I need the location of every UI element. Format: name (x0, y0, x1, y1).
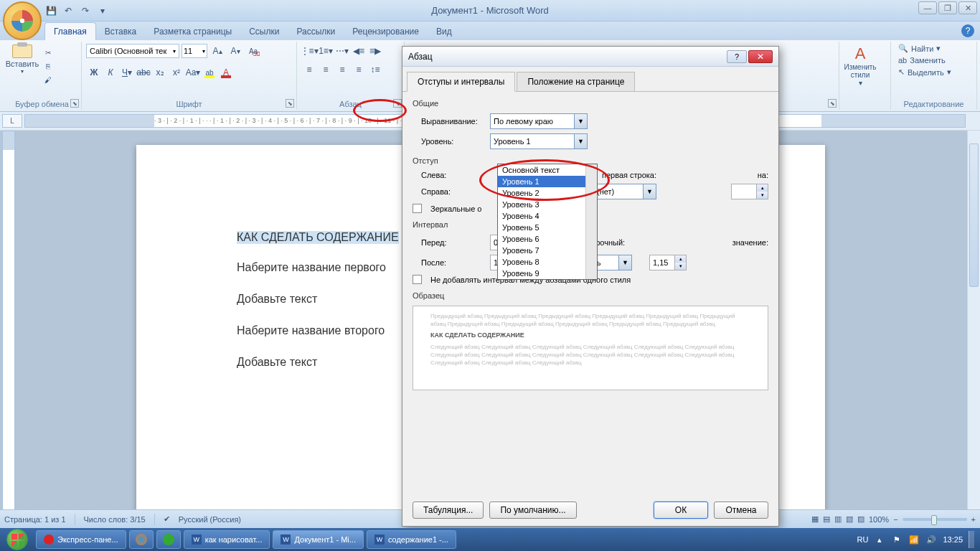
level-option-8[interactable]: Уровень 8 (498, 256, 597, 268)
close-button[interactable]: ✕ (958, 1, 977, 14)
task-word-doc1[interactable]: Wкак нарисоват... (184, 530, 270, 549)
help-icon[interactable]: ? (961, 24, 974, 37)
vertical-ruler[interactable] (2, 131, 15, 532)
start-button[interactable] (0, 528, 34, 551)
no-space-checkbox[interactable] (413, 275, 422, 284)
first-line-combo[interactable]: (нет)▼ (593, 184, 656, 199)
level-option-0[interactable]: Основной текст (498, 164, 597, 176)
redo-icon[interactable]: ↷ (79, 4, 92, 17)
task-word-doc2[interactable]: WДокумент1 - Mi... (273, 530, 363, 549)
qat-customize-icon[interactable]: ▾ (96, 4, 109, 17)
first-line-value-spinner[interactable]: ▴▾ (731, 184, 768, 199)
tray-volume-icon[interactable]: 🔊 (925, 534, 937, 545)
font-launcher[interactable]: ⬊ (286, 99, 294, 108)
grow-font-icon[interactable]: A▴ (209, 43, 225, 59)
justify-icon[interactable]: ≡ (351, 62, 367, 77)
styles-launcher[interactable]: ⬊ (828, 99, 837, 108)
line-spacing-at-spinner[interactable]: 1,15▴▾ (649, 255, 687, 270)
level-option-7[interactable]: Уровень 7 (498, 245, 597, 256)
italic-icon[interactable]: К (103, 65, 118, 80)
minimize-button[interactable]: — (918, 1, 937, 14)
level-option-6[interactable]: Уровень 6 (498, 233, 597, 245)
tray-lang[interactable]: RU (857, 535, 869, 544)
status-language[interactable]: Русский (Россия) (179, 515, 241, 524)
bold-icon[interactable]: Ж (86, 65, 102, 80)
tab-home[interactable]: Главная (44, 22, 96, 40)
copy-icon[interactable]: ⎘ (40, 60, 56, 72)
task-utorrent[interactable] (156, 530, 181, 549)
undo-icon[interactable]: ↶ (62, 4, 75, 17)
view-read-icon[interactable]: ▤ (823, 514, 830, 524)
level-option-3[interactable]: Уровень 3 (498, 199, 597, 210)
vertical-scrollbar[interactable] (967, 131, 980, 532)
font-size-combo[interactable]: 11▾ (182, 44, 207, 58)
office-button[interactable] (3, 1, 42, 40)
align-right-icon[interactable]: ≡ (334, 62, 350, 77)
zoom-out-icon[interactable]: − (893, 515, 897, 524)
line-spacing-icon[interactable]: ↕≡ (367, 62, 383, 77)
numbering-icon[interactable]: 1≡▾ (318, 43, 334, 59)
paste-button[interactable]: Вставить ▾ (7, 43, 37, 75)
proofing-icon[interactable]: ✔ (164, 514, 170, 524)
align-center-icon[interactable]: ≡ (318, 62, 334, 77)
clear-format-icon[interactable]: Aa⌫ (245, 43, 261, 59)
tabs-button[interactable]: Табуляция... (413, 501, 484, 519)
tray-arrow-icon[interactable]: ▴ (874, 534, 885, 545)
replace-button[interactable]: abЗаменить (895, 55, 948, 65)
dialog-close-button[interactable]: ✕ (748, 50, 773, 63)
status-words[interactable]: Число слов: 3/15 (84, 515, 146, 524)
tab-selector[interactable]: L (2, 114, 22, 128)
dialog-help-button[interactable]: ? (727, 50, 747, 63)
level-option-1[interactable]: Уровень 1 (498, 176, 597, 187)
task-word-doc3[interactable]: Wсодержание1 -... (367, 530, 456, 549)
subscript-icon[interactable]: x₂ (152, 65, 168, 80)
tab-review[interactable]: Рецензирование (344, 23, 428, 40)
level-option-9[interactable]: Уровень 9 (498, 268, 597, 279)
tray-network-icon[interactable]: 📶 (908, 534, 920, 545)
task-firefox[interactable] (129, 530, 154, 549)
multilevel-icon[interactable]: ⋯▾ (334, 43, 350, 59)
align-left-icon[interactable]: ≡ (301, 62, 317, 77)
bullets-icon[interactable]: ⋮≡▾ (301, 43, 317, 59)
view-outline-icon[interactable]: ▧ (846, 514, 853, 524)
mirror-checkbox[interactable] (413, 204, 422, 213)
select-button[interactable]: ↖Выделить ▾ (895, 67, 954, 77)
cut-icon[interactable]: ✂ (40, 46, 56, 59)
zoom-level[interactable]: 100% (869, 515, 889, 524)
tab-insert[interactable]: Вставка (96, 23, 146, 40)
tab-view[interactable]: Вид (428, 23, 461, 40)
view-web-icon[interactable]: ▥ (834, 514, 842, 524)
level-combo[interactable]: Уровень 1▼ (490, 133, 588, 149)
level-option-4[interactable]: Уровень 4 (498, 210, 597, 222)
underline-icon[interactable]: Ч▾ (119, 65, 135, 80)
increase-indent-icon[interactable]: ≡▶ (367, 43, 383, 59)
highlight-icon[interactable]: ab (202, 65, 217, 80)
change-styles-button[interactable]: A Изменить стили▾ (844, 43, 877, 88)
task-opera[interactable]: Экспресс-пане... (36, 530, 126, 549)
maximize-button[interactable]: ❐ (938, 1, 957, 14)
alignment-combo[interactable]: По левому краю▼ (490, 113, 588, 129)
default-button[interactable]: По умолчанию... (489, 501, 576, 519)
tab-mailings[interactable]: Рассылки (288, 23, 344, 40)
level-dropdown-list[interactable]: Основной текст Уровень 1 Уровень 2 Урове… (497, 164, 598, 280)
tray-clock[interactable]: 13:25 (943, 535, 963, 544)
clipboard-launcher[interactable]: ⬊ (70, 99, 79, 108)
cancel-button[interactable]: Отмена (714, 501, 768, 519)
tab-references[interactable]: Ссылки (240, 23, 288, 40)
zoom-in-icon[interactable]: + (971, 515, 976, 524)
change-case-icon[interactable]: Aa▾ (185, 65, 201, 80)
level-option-5[interactable]: Уровень 5 (498, 222, 597, 233)
find-button[interactable]: 🔍Найти ▾ (895, 43, 943, 54)
format-painter-icon[interactable]: 🖌 (40, 73, 56, 86)
ok-button[interactable]: ОК (654, 501, 708, 519)
view-draft-icon[interactable]: ▨ (857, 514, 864, 524)
dialog-tab-position[interactable]: Положение на странице (517, 72, 635, 92)
dropdown-scrollbar[interactable] (585, 164, 597, 279)
font-name-combo[interactable]: Calibri (Основной тек▾ (86, 44, 179, 58)
superscript-icon[interactable]: x² (169, 65, 184, 80)
dialog-tab-indents[interactable]: Отступы и интервалы (407, 72, 515, 92)
zoom-slider[interactable] (903, 518, 967, 521)
shrink-font-icon[interactable]: A▾ (227, 43, 243, 59)
paragraph-launcher[interactable]: ⬊ (393, 99, 402, 108)
tray-flag-icon[interactable]: ⚑ (891, 534, 903, 545)
